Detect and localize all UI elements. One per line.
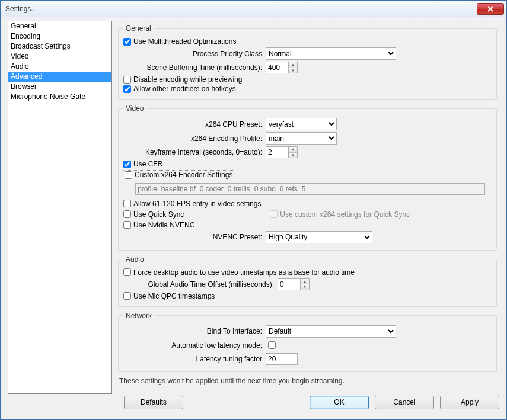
multithreaded-input[interactable] — [123, 38, 131, 46]
sidebar-item-broadcast[interactable]: Broadcast Settings — [8, 41, 111, 52]
global-offset-spinner[interactable]: ▲▼ — [278, 278, 310, 290]
use-quick-sync-input[interactable] — [123, 210, 131, 218]
custom-x264-checkbox[interactable]: Custom x264 Encoder Settings — [123, 171, 234, 179]
disable-encoding-input[interactable] — [123, 76, 131, 84]
defaults-button[interactable]: Defaults — [124, 396, 183, 409]
use-custom-qs-label: Use custom x264 settings for Quick Sync — [280, 210, 410, 219]
auto-low-latency-checkbox[interactable] — [268, 341, 276, 349]
multithreaded-checkbox[interactable]: Use Multithreaded Optimizations — [123, 37, 492, 46]
sidebar-item-video[interactable]: Video — [8, 52, 111, 62]
force-desktop-checkbox[interactable]: Force desktop audio to use video timesta… — [123, 268, 492, 277]
scene-buffer-input[interactable] — [266, 62, 288, 73]
category-sidebar[interactable]: General Encoding Broadcast Settings Vide… — [8, 21, 112, 394]
latency-factor-input[interactable] — [266, 353, 298, 365]
use-nvenc-label: Use Nvidia NVENC — [133, 221, 194, 229]
keyframe-spin-buttons[interactable]: ▲▼ — [288, 146, 298, 158]
spin-down-icon[interactable]: ▼ — [289, 68, 297, 73]
group-general: General Use Multithreaded Optimizations … — [118, 24, 497, 100]
group-video: Video x264 CPU Preset: veryfast x264 Enc… — [118, 104, 497, 251]
group-general-legend: General — [123, 24, 154, 33]
cpu-preset-select[interactable]: veryfast — [266, 118, 337, 130]
priority-label: Process Priority Class — [123, 50, 266, 58]
global-offset-spin-buttons[interactable]: ▲▼ — [300, 278, 310, 290]
ok-button[interactable]: OK — [310, 396, 369, 409]
group-network-legend: Network — [123, 312, 154, 320]
use-custom-qs-checkbox: Use custom x264 settings for Quick Sync — [270, 210, 410, 219]
keyframe-spinner[interactable]: ▲▼ — [266, 146, 298, 158]
disable-encoding-checkbox[interactable]: Disable encoding while previewing — [123, 75, 492, 84]
scene-buffer-spinner[interactable]: ▲▼ — [266, 62, 298, 73]
priority-select[interactable]: Normal — [266, 47, 396, 60]
allow-61-120-checkbox[interactable]: Allow 61-120 FPS entry in video settings — [123, 200, 492, 208]
apply-button[interactable]: Apply — [440, 396, 499, 409]
sidebar-item-general[interactable]: General — [8, 21, 111, 31]
latency-factor-label: Latency tuning factor — [123, 355, 266, 363]
disable-encoding-label: Disable encoding while previewing — [133, 75, 242, 84]
titlebar[interactable]: Settings... — [1, 1, 506, 17]
use-mic-qpc-input[interactable] — [123, 292, 131, 300]
footer-buttons: Defaults OK Cancel Apply — [8, 393, 499, 411]
force-desktop-label: Force desktop audio to use video timesta… — [133, 268, 355, 277]
use-cfr-input[interactable] — [123, 161, 131, 168]
auto-low-latency-label: Automatic low latency mode: — [123, 341, 266, 350]
use-mic-qpc-checkbox[interactable]: Use Mic QPC timestamps — [123, 292, 492, 300]
close-button[interactable] — [477, 3, 504, 15]
sidebar-item-browser[interactable]: Browser — [8, 82, 111, 92]
custom-x264-text-input — [135, 183, 485, 195]
group-network: Network Bind To Interface: Default Autom… — [118, 312, 497, 372]
keyframe-label: Keyframe Interval (seconds, 0=auto): — [123, 148, 266, 156]
scene-buffer-spin-buttons[interactable]: ▲▼ — [288, 62, 298, 73]
force-desktop-input[interactable] — [123, 268, 131, 276]
multithreaded-label: Use Multithreaded Optimizations — [133, 37, 236, 46]
main-panel: General Use Multithreaded Optimizations … — [116, 21, 499, 389]
allow-modifiers-input[interactable] — [123, 85, 131, 93]
keyframe-input[interactable] — [266, 146, 288, 158]
global-offset-label: Global Audio Time Offset (milliseconds): — [123, 280, 278, 288]
allow-modifiers-checkbox[interactable]: Allow other modifiers on hotkeys — [123, 85, 492, 93]
cancel-button[interactable]: Cancel — [375, 396, 434, 409]
allow-61-120-label: Allow 61-120 FPS entry in video settings — [133, 200, 261, 208]
encoding-profile-select[interactable]: main — [266, 132, 337, 145]
nvenc-preset-select[interactable]: High Quality — [266, 231, 372, 243]
custom-x264-label: Custom x264 Encoder Settings — [135, 171, 232, 179]
streaming-note: These settings won't be applied until th… — [119, 377, 496, 385]
spin-down-icon[interactable]: ▼ — [301, 284, 309, 290]
group-audio: Audio Force desktop audio to use video t… — [118, 255, 497, 307]
scene-buffer-label: Scene Buffering Time (milliseconds): — [123, 63, 266, 72]
close-icon — [487, 6, 493, 12]
cpu-preset-label: x264 CPU Preset: — [123, 120, 266, 129]
use-nvenc-input[interactable] — [123, 221, 131, 229]
bind-label: Bind To Interface: — [123, 327, 266, 335]
global-offset-input[interactable] — [278, 278, 300, 290]
sidebar-item-mic-noise-gate[interactable]: Microphone Noise Gate — [8, 92, 111, 102]
encoding-profile-label: x264 Encoding Profile: — [123, 134, 266, 143]
use-nvenc-checkbox[interactable]: Use Nvidia NVENC — [123, 221, 492, 229]
spin-up-icon[interactable]: ▲ — [301, 279, 309, 285]
use-quick-sync-label: Use Quick Sync — [133, 210, 184, 219]
allow-61-120-input[interactable] — [123, 200, 131, 207]
settings-window: Settings... General Encoding Broadcast S… — [0, 0, 507, 420]
allow-modifiers-label: Allow other modifiers on hotkeys — [133, 85, 236, 93]
group-video-legend: Video — [123, 104, 146, 113]
custom-x264-input[interactable] — [125, 171, 132, 179]
sidebar-item-audio[interactable]: Audio — [8, 62, 111, 72]
use-cfr-checkbox[interactable]: Use CFR — [123, 160, 492, 168]
use-custom-qs-input — [270, 210, 278, 218]
use-cfr-label: Use CFR — [133, 160, 162, 168]
window-title: Settings... — [5, 5, 477, 13]
nvenc-preset-label: NVENC Preset: — [123, 233, 266, 241]
use-quick-sync-checkbox[interactable]: Use Quick Sync — [123, 210, 184, 219]
sidebar-item-encoding[interactable]: Encoding — [8, 31, 111, 41]
spin-down-icon[interactable]: ▼ — [289, 153, 297, 158]
spin-up-icon[interactable]: ▲ — [289, 62, 297, 68]
use-mic-qpc-label: Use Mic QPC timestamps — [133, 292, 215, 300]
sidebar-item-advanced[interactable]: Advanced — [8, 72, 111, 82]
bind-select[interactable]: Default — [266, 325, 396, 338]
group-audio-legend: Audio — [123, 255, 146, 264]
spin-up-icon[interactable]: ▲ — [289, 147, 297, 153]
content-area: General Encoding Broadcast Settings Vide… — [5, 18, 502, 415]
